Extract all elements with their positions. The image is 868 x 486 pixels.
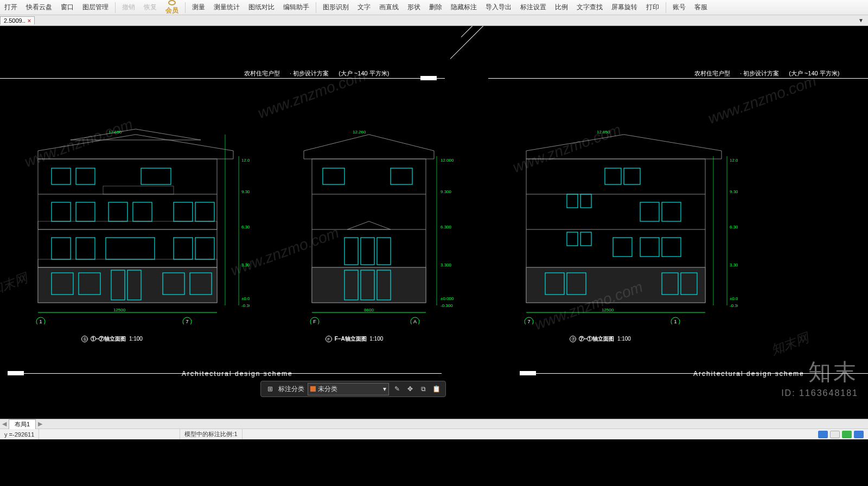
section-line — [450, 26, 497, 59]
apps-grid-icon[interactable]: ⊞ — [265, 384, 275, 394]
toolbar-redo[interactable]: 恢复 — [139, 0, 161, 15]
title-rule — [0, 78, 445, 79]
dim-label: 3.300 — [241, 263, 250, 267]
section-line — [461, 26, 508, 37]
svg-text:6.300: 6.300 — [730, 225, 738, 229]
toolbar-vip[interactable]: 会员 — [161, 0, 183, 15]
toolbar-open[interactable]: 打开 — [0, 0, 22, 15]
toolbar-annot-settings[interactable]: 标注设置 — [516, 0, 551, 15]
toolbar-scale[interactable]: 比例 — [551, 0, 572, 15]
sheet-footer-text: Architectural design scheme — [693, 370, 805, 378]
elevation-rear: 12.000 9.300 6.300 3.300 ±0.000 -0.300 1… — [510, 107, 738, 324]
svg-rect-7 — [52, 168, 71, 184]
svg-text:6.300: 6.300 — [441, 225, 452, 229]
tab-scroll-right-icon[interactable]: ▶ — [36, 420, 44, 427]
status-tool-icon[interactable] — [842, 431, 852, 438]
toolbar-undo[interactable]: 撤销 — [118, 0, 139, 15]
dim-label: 9.300 — [241, 189, 250, 194]
svg-text:1: 1 — [39, 319, 42, 324]
annotation-floating-toolbar[interactable]: ⊞ 标注分类 未分类 ✎ ✥ ⧉ 📋 — [260, 381, 446, 397]
svg-rect-81 — [613, 238, 632, 257]
svg-text:8600: 8600 — [364, 308, 374, 312]
svg-rect-29 — [38, 259, 217, 267]
status-tool-icon[interactable] — [818, 431, 828, 438]
svg-rect-48 — [377, 238, 391, 265]
close-tab-icon[interactable]: × — [28, 17, 31, 24]
toolbar-edit-helper[interactable]: 编辑助手 — [279, 0, 314, 15]
layout-tab[interactable]: 布局1 — [9, 419, 36, 429]
svg-rect-27 — [103, 186, 174, 194]
elevation-title: ① ①–⑦轴立面图 1:100 — [81, 335, 143, 343]
svg-rect-8 — [76, 168, 95, 184]
toolbar-window[interactable]: 窗口 — [56, 0, 78, 15]
annot-category-label: 标注分类 — [278, 385, 304, 394]
title-rule — [488, 78, 868, 79]
vip-icon — [168, 0, 176, 5]
svg-rect-45 — [391, 168, 412, 184]
svg-rect-26 — [106, 238, 155, 259]
svg-text:12.000: 12.000 — [730, 158, 738, 163]
toolbar-cloud[interactable]: 快看云盘 — [22, 0, 56, 15]
toolbar-account[interactable]: 账号 — [668, 0, 690, 15]
svg-text:-0.300: -0.300 — [441, 303, 453, 308]
svg-text:12500: 12500 — [113, 308, 126, 312]
svg-rect-18 — [174, 238, 193, 259]
svg-rect-74 — [624, 168, 640, 184]
svg-text:1: 1 — [674, 319, 676, 324]
toolbar-compare[interactable]: 图纸对比 — [244, 0, 279, 15]
elevation-title: ⑦ ⑦–①轴立面图 1:100 — [570, 335, 631, 343]
tab-overflow-icon[interactable]: ▼ — [858, 17, 864, 23]
asset-id-label: ID: 1163648181 — [781, 388, 858, 398]
svg-text:A: A — [413, 319, 417, 324]
dim-label: 12.650 — [108, 130, 122, 135]
svg-rect-73 — [605, 168, 621, 184]
toolbar-line[interactable]: 画直线 — [375, 0, 403, 15]
toolbar-print[interactable]: 打印 — [642, 0, 663, 15]
svg-text:±0.000: ±0.000 — [730, 296, 738, 301]
toolbar-measure-stats[interactable]: 测量统计 — [209, 0, 244, 15]
move-icon[interactable]: ✥ — [405, 384, 415, 394]
svg-text:12500: 12500 — [602, 308, 614, 312]
toolbar-rotate[interactable]: 屏幕旋转 — [607, 0, 642, 15]
toolbar-find-text[interactable]: 文字查找 — [572, 0, 607, 15]
copy-icon[interactable]: ⧉ — [418, 384, 428, 394]
toolbar-shapes[interactable]: 形状 — [403, 0, 425, 15]
color-swatch-icon — [310, 386, 316, 392]
dim-label: -0.300 — [241, 303, 250, 308]
toolbar-import-export[interactable]: 导入导出 — [481, 0, 516, 15]
toolbar-measure[interactable]: 测量 — [188, 0, 209, 15]
svg-text:7: 7 — [527, 319, 530, 324]
svg-text:12.000: 12.000 — [441, 158, 454, 163]
svg-rect-76 — [580, 194, 591, 208]
dim-label: ±0.000 — [241, 296, 250, 301]
status-tool-icon[interactable] — [854, 431, 864, 438]
coord-readout: y = -292611 — [0, 429, 39, 439]
svg-rect-16 — [52, 238, 71, 259]
svg-text:7: 7 — [186, 319, 188, 324]
document-tab-active[interactable]: 2.5009.. × — [0, 16, 35, 24]
edit-icon[interactable]: ✎ — [392, 384, 402, 394]
tab-scroll-left-icon[interactable]: ◀ — [0, 420, 9, 427]
status-tool-icon[interactable] — [830, 431, 840, 438]
svg-rect-14 — [174, 202, 193, 221]
document-tab-label: 2.5009.. — [4, 17, 25, 24]
svg-rect-77 — [640, 202, 659, 221]
svg-text:9.300: 9.300 — [730, 189, 738, 194]
svg-rect-12 — [108, 202, 127, 221]
toolbar-text[interactable]: 文字 — [353, 0, 375, 15]
drawing-canvas[interactable]: 农村住宅户型 · 初步设计方案 (大户 ~140 平方米) 农村住宅户型 · 初… — [0, 26, 868, 419]
toolbar-delete[interactable]: 删除 — [425, 0, 446, 15]
toolbar-layer-manager[interactable]: 图层管理 — [78, 0, 113, 15]
svg-rect-80 — [580, 232, 591, 246]
svg-rect-19 — [195, 238, 214, 259]
toolbar-shape-recog[interactable]: 图形识别 — [318, 0, 353, 15]
dim-label: 6.300 — [241, 225, 250, 229]
paste-icon[interactable]: 📋 — [431, 384, 441, 394]
annot-category-dropdown[interactable]: 未分类 — [308, 383, 389, 395]
svg-rect-44 — [323, 168, 344, 184]
toolbar-hide-annot[interactable]: 隐藏标注 — [446, 0, 481, 15]
toolbar-support[interactable]: 客服 — [690, 0, 712, 15]
svg-rect-83 — [662, 238, 681, 257]
svg-text:±0.000: ±0.000 — [441, 296, 454, 301]
status-bar: y = -292611 模型中的标注比例:1 — [0, 429, 868, 439]
